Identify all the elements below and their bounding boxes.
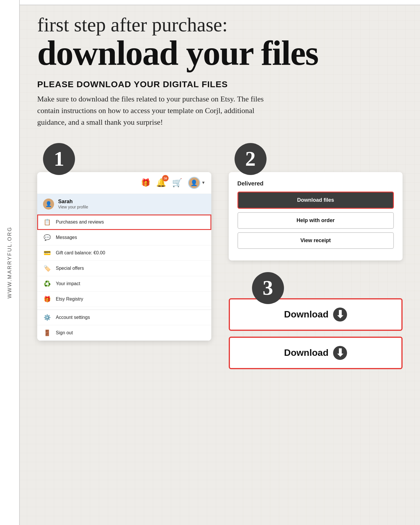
menu-item-registry-label: Etsy Registry xyxy=(56,297,83,302)
cart-icon[interactable]: 🛒 xyxy=(172,178,182,188)
step-1-column: 1 🎁 🔔 50 🛒 👤 ▼ xyxy=(37,143,211,341)
help-with-order-button[interactable]: Help with order xyxy=(237,212,394,229)
download-button-1[interactable]: Download ⬇ xyxy=(229,298,403,331)
menu-item-signout-label: Sign out xyxy=(56,330,73,335)
step-2-3-column: 2 Delivered Download files Help with ord… xyxy=(229,143,403,375)
menu-item-settings[interactable]: ⚙️ Account settings xyxy=(37,310,211,325)
profile-sub: View your profile xyxy=(58,205,88,209)
menu-item-giftcard[interactable]: 💳 Gift card balance: €0.00 xyxy=(37,245,211,261)
menu-item-messages-label: Messages xyxy=(56,235,77,240)
menu-item-impact[interactable]: ♻️ Your impact xyxy=(37,276,211,292)
menu-item-settings-label: Account settings xyxy=(56,315,90,320)
registry-icon: 🎁 xyxy=(43,296,51,303)
settings-icon: ⚙️ xyxy=(43,314,51,321)
menu-item-messages[interactable]: 💬 Messages xyxy=(37,230,211,245)
download-files-button[interactable]: Download files xyxy=(237,192,394,209)
side-border: www.marryful.org xyxy=(0,0,20,525)
menu-item-registry[interactable]: 🎁 Etsy Registry xyxy=(37,292,211,307)
avatar-chevron-icon: ▼ xyxy=(201,181,205,185)
menu-item-impact-label: Your impact xyxy=(56,281,80,286)
top-border xyxy=(20,0,420,5)
step-3-number-row: 3 xyxy=(229,272,403,297)
step-2-circle: 2 xyxy=(235,143,267,175)
signout-icon: 🚪 xyxy=(43,329,51,336)
step-1-label: 1 xyxy=(54,147,64,171)
menu-item-offers[interactable]: 🏷️ Special offers xyxy=(37,261,211,276)
subtitle-heading: PLEASE DOWNLOAD YOUR DIGITAL FILES xyxy=(37,79,403,89)
subtitle-body: Make sure to download the files related … xyxy=(37,93,284,128)
etsy-avatar[interactable]: 👤 xyxy=(188,177,200,189)
handwriting-title: first step after purchase: xyxy=(37,14,403,36)
impact-icon: ♻️ xyxy=(43,280,51,287)
giftcard-icon: 💳 xyxy=(43,249,51,256)
divider xyxy=(37,307,211,310)
etsy-header: 🎁 🔔 50 🛒 👤 ▼ xyxy=(37,172,211,194)
profile-info: Sarah View your profile xyxy=(58,199,88,209)
step-1-number-wrapper: 1 xyxy=(43,143,211,175)
download-button-2[interactable]: Download ⬇ xyxy=(229,337,403,369)
dropdown-menu: 📋 Purchases and reviews 💬 Messages 💳 Gif… xyxy=(37,215,211,341)
step-3-circle: 3 xyxy=(252,272,284,304)
download-cloud-icon-2: ⬇ xyxy=(333,346,347,360)
profile-avatar: 👤 xyxy=(43,199,54,210)
step-3-label: 3 xyxy=(263,276,273,300)
gift-icon[interactable]: 🎁 xyxy=(141,178,150,187)
download-label-2: Download xyxy=(284,347,328,358)
main-content: first step after purchase: download your… xyxy=(20,5,420,392)
menu-item-purchases-label: Purchases and reviews xyxy=(56,219,104,225)
purchases-icon: 📋 xyxy=(43,219,51,226)
messages-icon: 💬 xyxy=(43,234,51,241)
step-2-number-wrapper: 2 xyxy=(235,143,403,175)
view-receipt-button[interactable]: View receipt xyxy=(237,232,394,249)
order-card: Delivered Download files Help with order… xyxy=(229,172,403,260)
step-2-wrapper: 2 Delivered Download files Help with ord… xyxy=(229,143,403,260)
dropdown-profile-row[interactable]: 👤 Sarah View your profile xyxy=(37,194,211,215)
offers-icon: 🏷️ xyxy=(43,265,51,272)
bell-icon[interactable]: 🔔 50 xyxy=(156,178,166,188)
notification-badge: 50 xyxy=(162,175,169,181)
subtitle-section: PLEASE DOWNLOAD YOUR DIGITAL FILES Make … xyxy=(37,79,403,128)
download-cloud-icon-1: ⬇ xyxy=(333,308,347,322)
main-title: download your files xyxy=(37,36,403,71)
download-label-1: Download xyxy=(284,309,328,320)
step-3-wrapper: 3 Download ⬇ Download ⬇ xyxy=(229,272,403,369)
menu-item-purchases[interactable]: 📋 Purchases and reviews xyxy=(37,215,211,230)
side-watermark: www.marryful.org xyxy=(7,226,13,299)
menu-item-signout[interactable]: 🚪 Sign out xyxy=(37,325,211,341)
menu-item-offers-label: Special offers xyxy=(56,266,84,271)
step-2-label: 2 xyxy=(245,147,256,171)
delivered-label: Delivered xyxy=(237,180,394,187)
step-1-circle: 1 xyxy=(43,143,75,175)
steps-container: 1 🎁 🔔 50 🛒 👤 ▼ xyxy=(37,143,403,375)
etsy-dropdown-mockup: 🎁 🔔 50 🛒 👤 ▼ 👤 Sarah xyxy=(37,172,211,341)
menu-item-giftcard-label: Gift card balance: €0.00 xyxy=(56,250,105,256)
profile-name: Sarah xyxy=(58,199,88,205)
